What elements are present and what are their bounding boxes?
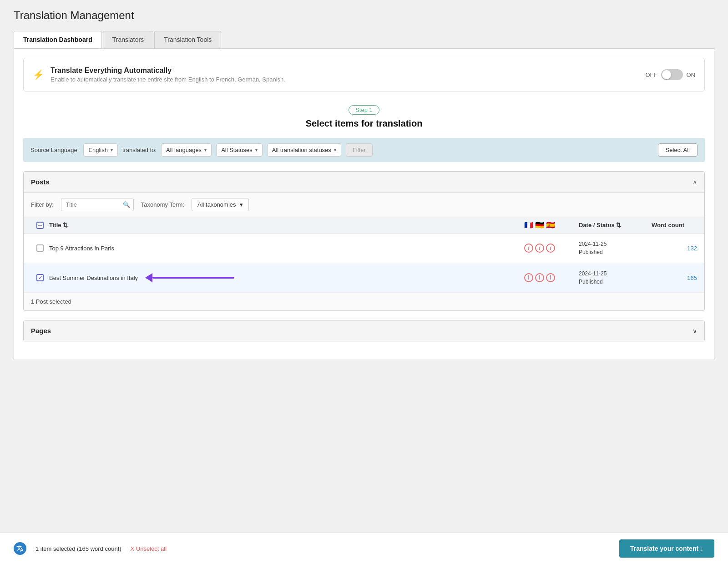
auto-translate-desc: Enable to automatically translate the en… (51, 76, 285, 83)
date-sort-icon: ⇅ (616, 222, 621, 229)
title-input-wrapper: 🔍 (61, 198, 134, 211)
unselect-all-button[interactable]: X Unselect all (131, 545, 167, 552)
row-1-status-es[interactable]: i (546, 244, 555, 253)
pages-section: Pages ∨ (23, 320, 705, 341)
page-title: Translation Management (14, 9, 714, 22)
row-2-title: Best Summer Destinations in Italy (49, 274, 138, 281)
posts-section: Posts ∧ Filter by: 🔍 Taxonomy Term: All … (23, 171, 705, 311)
toggle-wrapper[interactable]: OFF ON (646, 69, 696, 80)
table-row: Best Summer Destinations in Italy i i i … (24, 263, 704, 293)
posts-filter-row: Filter by: 🔍 Taxonomy Term: All taxonomi… (24, 193, 704, 217)
pages-expand-icon[interactable]: ∨ (693, 327, 697, 335)
row-1-status-icons: i i i (524, 244, 579, 253)
word-count-column-header: Word count (652, 222, 697, 229)
source-language-chevron: ▾ (111, 147, 113, 152)
row-2-status-icons: i i i (524, 273, 579, 282)
all-languages-chevron: ▾ (204, 147, 207, 152)
select-all-checkbox[interactable] (36, 222, 44, 229)
row-2-word-count: 165 (652, 274, 697, 281)
arrow-head (145, 273, 152, 282)
translated-to-label: translated to: (122, 147, 157, 153)
select-all-button[interactable]: Select All (658, 143, 698, 157)
table-header: Title ⇅ 🇫🇷 🇩🇪 🇪🇸 Date / Status ⇅ Word co… (24, 217, 704, 234)
translate-icon (14, 542, 26, 555)
row-1-status-fr[interactable]: i (524, 244, 533, 253)
row-2-status-es[interactable]: i (546, 273, 555, 282)
tab-translation-dashboard[interactable]: Translation Dashboard (14, 31, 102, 48)
source-language-label: Source Language: (30, 147, 79, 153)
row-1-checkbox[interactable] (36, 244, 44, 252)
main-content: ⚡ Translate Everything Automatically Ena… (14, 48, 714, 360)
all-statuses-chevron: ▾ (255, 147, 258, 152)
taxonomy-chevron: ▾ (240, 201, 243, 208)
step-title: Select items for translation (23, 118, 705, 129)
row-1-title: Top 9 Attractions in Paris (49, 245, 524, 252)
posts-section-header: Posts ∧ (24, 172, 704, 193)
table-row: Top 9 Attractions in Paris i i i 2024-11… (24, 234, 704, 263)
taxonomy-select[interactable]: All taxonomies ▾ (192, 198, 249, 211)
source-language-select[interactable]: English ▾ (83, 143, 118, 157)
row-1-status-de[interactable]: i (535, 244, 544, 253)
auto-translate-toggle[interactable] (661, 69, 683, 80)
selected-count-text: 1 item selected (165 word count) (35, 545, 121, 552)
pages-section-header: Pages ∨ (24, 320, 704, 341)
tab-translators[interactable]: Translators (103, 31, 154, 48)
arrow-indicator (145, 273, 234, 282)
all-statuses-select[interactable]: All Statuses ▾ (216, 143, 263, 157)
title-sort-icon: ⇅ (63, 222, 68, 229)
row-2-checkbox[interactable] (36, 274, 44, 281)
tabs-bar: Translation Dashboard Translators Transl… (14, 31, 714, 48)
bottom-bar: 1 item selected (165 word count) X Unsel… (0, 533, 728, 564)
row-1-date-status: 2024-11-25 Published (579, 240, 652, 256)
translation-statuses-chevron: ▾ (334, 147, 336, 152)
filter-bar: Source Language: English ▾ translated to… (23, 138, 705, 162)
posts-collapse-icon[interactable]: ∧ (693, 178, 697, 186)
step-section: Step 1 Select items for translation (23, 105, 705, 129)
flags-column-header: 🇫🇷 🇩🇪 🇪🇸 (524, 221, 579, 229)
translation-statuses-select[interactable]: All translation statuses ▾ (267, 143, 341, 157)
taxonomy-term-label: Taxonomy Term: (141, 201, 184, 208)
row-2-status-fr[interactable]: i (524, 273, 533, 282)
pages-section-title: Pages (31, 327, 51, 335)
title-column-header[interactable]: Title ⇅ (49, 222, 524, 229)
posts-selected-count: 1 Post selected (24, 293, 704, 310)
date-status-column-header[interactable]: Date / Status ⇅ (579, 222, 652, 229)
auto-translate-title: Translate Everything Automatically (51, 66, 285, 75)
search-icon: 🔍 (123, 201, 130, 208)
step-badge: Step 1 (349, 105, 379, 115)
lightning-icon: ⚡ (33, 69, 44, 80)
translate-content-button[interactable]: Translate your content ↓ (619, 539, 714, 558)
arrow-line (152, 277, 234, 279)
row-1-word-count: 132 (652, 245, 697, 252)
auto-translate-box: ⚡ Translate Everything Automatically Ena… (23, 58, 705, 91)
toggle-on-label: ON (687, 71, 696, 78)
row-2-date-status: 2024-11-25 Published (579, 269, 652, 286)
filter-button[interactable]: Filter (346, 143, 373, 157)
row-2-status-de[interactable]: i (535, 273, 544, 282)
toggle-off-label: OFF (646, 71, 657, 78)
posts-section-title: Posts (31, 178, 50, 186)
all-languages-select[interactable]: All languages ▾ (161, 143, 212, 157)
tab-translation-tools[interactable]: Translation Tools (154, 31, 221, 48)
filter-by-label: Filter by: (31, 201, 54, 208)
